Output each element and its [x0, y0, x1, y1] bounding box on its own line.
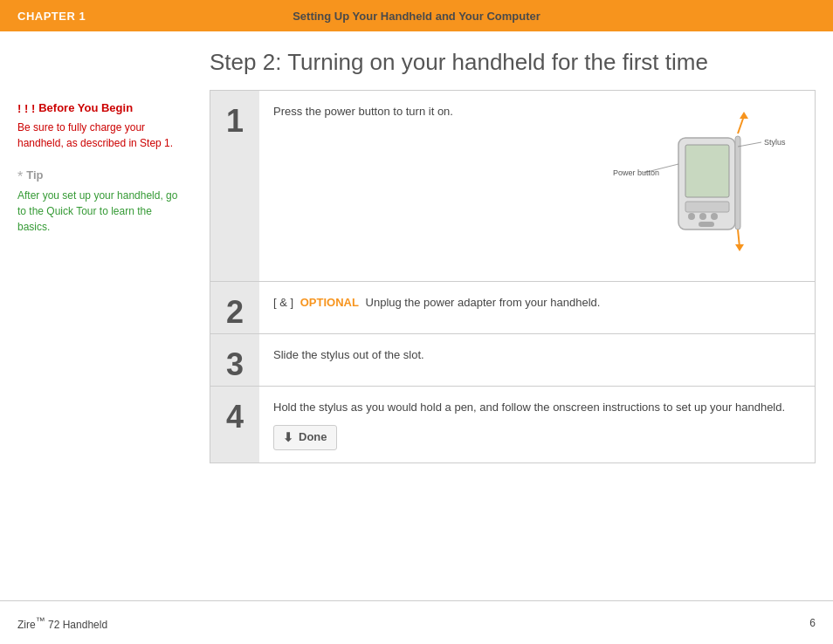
step-row-1: 1 Press the power button to turn it on. [210, 91, 815, 282]
step-row-2: 2 [ & ] OPTIONAL Unplug the power adapte… [210, 282, 815, 334]
before-you-begin-header: ! ! ! Before You Begin [17, 101, 183, 117]
svg-text:Power button: Power button [613, 168, 659, 177]
svg-point-3 [688, 213, 695, 220]
svg-text:Stylus: Stylus [764, 138, 786, 147]
footer-model: 72 Handheld [48, 619, 107, 631]
page-title: Step 2: Turning on your handheld for the… [210, 49, 816, 76]
svg-rect-11 [735, 136, 740, 230]
chapter-title: Setting Up Your Handheld and Your Comput… [293, 10, 540, 23]
svg-rect-6 [699, 222, 714, 227]
step-row-4: 4 Hold the stylus as you would hold a pe… [210, 387, 815, 462]
steps-container: 1 Press the power button to turn it on. [210, 90, 816, 463]
sidebar-tip: * Tip After you set up your handheld, go… [17, 168, 183, 235]
before-you-begin-body: Be sure to fully charge your handheld, a… [17, 120, 183, 151]
warning-icon: ! ! ! [17, 101, 35, 117]
footer: Zire™ 72 Handheld 6 [0, 600, 833, 644]
optional-badge: OPTIONAL [300, 296, 359, 309]
handheld-illustration: Power button Stylus [609, 103, 801, 269]
svg-line-14 [738, 142, 761, 147]
step-number-2: 2 [210, 282, 259, 333]
step1-body: Press the power button to turn it on. [273, 103, 801, 269]
handheld-svg: Power button Stylus [609, 103, 801, 269]
step-row-3: 3 Slide the stylus out of the slot. [210, 334, 815, 387]
step-content-2: [ & ] OPTIONAL Unplug the power adapter … [259, 282, 815, 333]
tip-header: * Tip [17, 168, 183, 185]
svg-point-4 [699, 213, 706, 220]
done-arrow-icon: ⬇ [283, 428, 293, 447]
svg-rect-2 [685, 202, 729, 212]
tip-icon: * [17, 168, 23, 185]
step3-text: Slide the stylus out of the slot. [273, 348, 424, 361]
done-button[interactable]: ⬇ Done [273, 425, 337, 450]
step-number-3: 3 [210, 334, 259, 386]
done-label: Done [299, 428, 327, 446]
content-area: Step 2: Turning on your handheld for the… [192, 49, 816, 600]
sidebar: ! ! ! Before You Begin Be sure to fully … [17, 49, 192, 600]
sidebar-before-you-begin: ! ! ! Before You Begin Be sure to fully … [17, 101, 183, 151]
step2-text: Unplug the power adapter from your handh… [366, 296, 601, 309]
step-content-3: Slide the stylus out of the slot. [259, 334, 815, 386]
page-number: 6 [809, 617, 816, 629]
step1-text: Press the power button to turn it on. [273, 103, 591, 269]
trademark-symbol: ™ [36, 615, 45, 626]
footer-brand: Zire™ 72 Handheld [17, 615, 107, 631]
svg-marker-10 [735, 244, 744, 251]
svg-rect-1 [685, 145, 729, 197]
step-content-1: Press the power button to turn it on. [259, 91, 815, 281]
step-number-1: 1 [210, 91, 259, 281]
tip-body: After you set up your handheld, go to th… [17, 188, 183, 235]
brand-name: Zire [17, 619, 36, 631]
step-number-4: 4 [210, 387, 259, 462]
step4-text: Hold the stylus as you would hold a pen,… [273, 399, 801, 416]
before-you-begin-title: Before You Begin [38, 101, 133, 114]
chapter-label: CHAPTER 1 [17, 10, 86, 23]
step-content-4: Hold the stylus as you would hold a pen,… [259, 387, 815, 462]
tip-title: Tip [26, 168, 43, 182]
optional-prefix: [ & ] [273, 296, 293, 309]
svg-marker-8 [740, 112, 748, 119]
main-content: ! ! ! Before You Begin Be sure to fully … [0, 31, 833, 600]
header: CHAPTER 1 Setting Up Your Handheld and Y… [0, 0, 833, 31]
svg-point-5 [711, 213, 718, 220]
